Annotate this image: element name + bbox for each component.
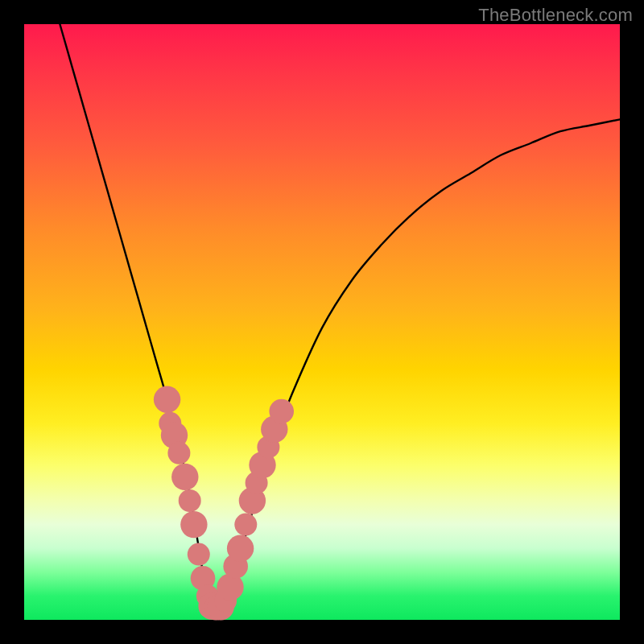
curve-marker — [180, 511, 207, 538]
curve-marker — [167, 442, 190, 464]
curve-marker — [227, 535, 254, 562]
chart-frame: TheBottleneck.com — [0, 0, 644, 644]
curve-markers — [154, 386, 294, 621]
curve-marker — [234, 514, 257, 536]
bottleneck-curve — [60, 24, 620, 609]
curve-marker — [188, 543, 210, 566]
plot-area — [24, 24, 620, 620]
curve-marker — [179, 489, 201, 512]
curve-marker — [171, 464, 198, 490]
curve-marker — [154, 386, 180, 413]
watermark-text: TheBottleneck.com — [478, 5, 633, 26]
curve-marker — [269, 399, 294, 424]
curve-svg — [24, 24, 620, 620]
